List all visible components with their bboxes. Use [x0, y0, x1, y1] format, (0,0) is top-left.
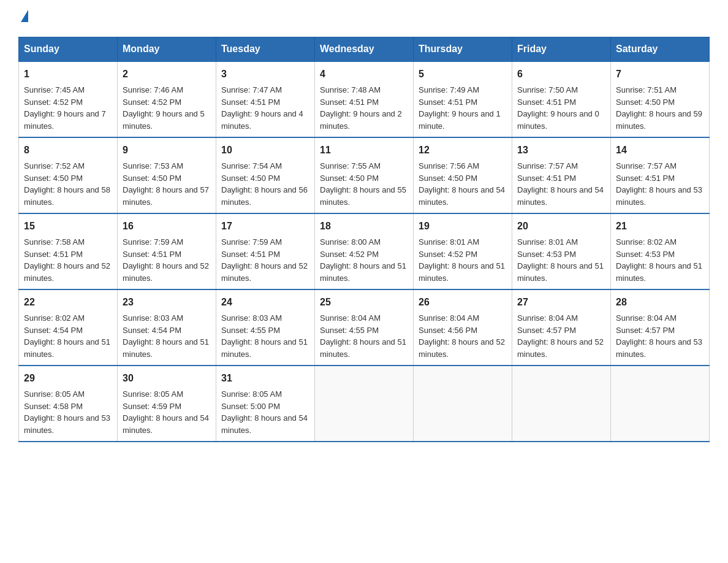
calendar-cell: [414, 366, 512, 442]
day-number: 17: [221, 219, 309, 234]
day-number: 13: [517, 143, 605, 158]
day-number: 14: [616, 143, 704, 158]
day-number: 10: [221, 143, 309, 158]
logo: [18, 12, 28, 25]
calendar-cell: 3 Sunrise: 7:47 AMSunset: 4:51 PMDayligh…: [216, 61, 315, 137]
column-header-friday: Friday: [512, 37, 611, 62]
day-info: Sunrise: 8:02 AMSunset: 4:54 PMDaylight:…: [24, 313, 110, 359]
column-header-tuesday: Tuesday: [216, 37, 315, 62]
calendar-cell: 19 Sunrise: 8:01 AMSunset: 4:52 PMDaylig…: [414, 213, 512, 289]
calendar-cell: 28 Sunrise: 8:04 AMSunset: 4:57 PMDaylig…: [611, 289, 710, 366]
calendar-cell: 2 Sunrise: 7:46 AMSunset: 4:52 PMDayligh…: [118, 61, 216, 137]
calendar-cell: 22 Sunrise: 8:02 AMSunset: 4:54 PMDaylig…: [19, 289, 118, 366]
calendar-cell: 21 Sunrise: 8:02 AMSunset: 4:53 PMDaylig…: [611, 213, 710, 289]
day-number: 16: [123, 219, 211, 234]
day-info: Sunrise: 7:47 AMSunset: 4:51 PMDaylight:…: [221, 85, 303, 131]
day-number: 3: [221, 67, 309, 82]
page-header: [18, 12, 710, 25]
calendar-cell: 15 Sunrise: 7:58 AMSunset: 4:51 PMDaylig…: [19, 213, 118, 289]
day-number: 12: [419, 143, 507, 158]
calendar-table: SundayMondayTuesdayWednesdayThursdayFrid…: [18, 37, 710, 442]
calendar-cell: 7 Sunrise: 7:51 AMSunset: 4:50 PMDayligh…: [611, 61, 710, 137]
day-info: Sunrise: 7:53 AMSunset: 4:50 PMDaylight:…: [123, 161, 209, 207]
calendar-cell: 12 Sunrise: 7:56 AMSunset: 4:50 PMDaylig…: [414, 137, 512, 213]
logo-triangle-icon: [21, 10, 28, 22]
calendar-cell: [611, 366, 710, 442]
day-info: Sunrise: 7:55 AMSunset: 4:50 PMDaylight:…: [320, 161, 406, 207]
day-info: Sunrise: 8:04 AMSunset: 4:57 PMDaylight:…: [616, 313, 702, 359]
day-info: Sunrise: 8:03 AMSunset: 4:54 PMDaylight:…: [123, 313, 209, 359]
calendar-week-row: 15 Sunrise: 7:58 AMSunset: 4:51 PMDaylig…: [19, 213, 710, 289]
day-number: 1: [24, 67, 112, 82]
day-number: 22: [24, 295, 112, 310]
calendar-cell: 27 Sunrise: 8:04 AMSunset: 4:57 PMDaylig…: [512, 289, 611, 366]
day-number: 31: [221, 371, 309, 386]
day-number: 11: [320, 143, 408, 158]
day-info: Sunrise: 8:05 AMSunset: 5:00 PMDaylight:…: [221, 389, 308, 435]
day-info: Sunrise: 7:46 AMSunset: 4:52 PMDaylight:…: [123, 85, 205, 131]
calendar-cell: [315, 366, 414, 442]
day-number: 19: [419, 219, 507, 234]
day-info: Sunrise: 7:59 AMSunset: 4:51 PMDaylight:…: [221, 237, 308, 283]
day-number: 30: [123, 371, 211, 386]
calendar-cell: [512, 366, 611, 442]
calendar-cell: 30 Sunrise: 8:05 AMSunset: 4:59 PMDaylig…: [118, 366, 216, 442]
day-info: Sunrise: 8:03 AMSunset: 4:55 PMDaylight:…: [221, 313, 308, 359]
day-number: 23: [123, 295, 211, 310]
calendar-cell: 6 Sunrise: 7:50 AMSunset: 4:51 PMDayligh…: [512, 61, 611, 137]
day-info: Sunrise: 7:59 AMSunset: 4:51 PMDaylight:…: [123, 237, 209, 283]
day-number: 8: [24, 143, 112, 158]
day-info: Sunrise: 7:56 AMSunset: 4:50 PMDaylight:…: [419, 161, 505, 207]
day-number: 29: [24, 371, 112, 386]
day-info: Sunrise: 7:57 AMSunset: 4:51 PMDaylight:…: [616, 161, 702, 207]
day-number: 9: [123, 143, 211, 158]
calendar-cell: 4 Sunrise: 7:48 AMSunset: 4:51 PMDayligh…: [315, 61, 414, 137]
day-info: Sunrise: 7:50 AMSunset: 4:51 PMDaylight:…: [517, 85, 599, 131]
day-number: 20: [517, 219, 605, 234]
calendar-cell: 9 Sunrise: 7:53 AMSunset: 4:50 PMDayligh…: [118, 137, 216, 213]
day-number: 6: [517, 67, 605, 82]
day-number: 4: [320, 67, 408, 82]
day-number: 24: [221, 295, 309, 310]
calendar-cell: 29 Sunrise: 8:05 AMSunset: 4:58 PMDaylig…: [19, 366, 118, 442]
column-header-wednesday: Wednesday: [315, 37, 414, 62]
column-header-thursday: Thursday: [414, 37, 512, 62]
day-info: Sunrise: 7:58 AMSunset: 4:51 PMDaylight:…: [24, 237, 110, 283]
day-info: Sunrise: 8:00 AMSunset: 4:52 PMDaylight:…: [320, 237, 406, 283]
day-info: Sunrise: 8:01 AMSunset: 4:52 PMDaylight:…: [419, 237, 505, 283]
day-number: 27: [517, 295, 605, 310]
calendar-cell: 8 Sunrise: 7:52 AMSunset: 4:50 PMDayligh…: [19, 137, 118, 213]
day-info: Sunrise: 7:54 AMSunset: 4:50 PMDaylight:…: [221, 161, 308, 207]
day-number: 7: [616, 67, 704, 82]
day-number: 25: [320, 295, 408, 310]
day-number: 26: [419, 295, 507, 310]
calendar-cell: 26 Sunrise: 8:04 AMSunset: 4:56 PMDaylig…: [414, 289, 512, 366]
calendar-cell: 23 Sunrise: 8:03 AMSunset: 4:54 PMDaylig…: [118, 289, 216, 366]
calendar-week-row: 8 Sunrise: 7:52 AMSunset: 4:50 PMDayligh…: [19, 137, 710, 213]
day-info: Sunrise: 7:49 AMSunset: 4:51 PMDaylight:…: [419, 85, 501, 131]
day-number: 5: [419, 67, 507, 82]
day-info: Sunrise: 8:04 AMSunset: 4:57 PMDaylight:…: [517, 313, 604, 359]
calendar-cell: 16 Sunrise: 7:59 AMSunset: 4:51 PMDaylig…: [118, 213, 216, 289]
calendar-week-row: 1 Sunrise: 7:45 AMSunset: 4:52 PMDayligh…: [19, 61, 710, 137]
day-number: 15: [24, 219, 112, 234]
calendar-cell: 20 Sunrise: 8:01 AMSunset: 4:53 PMDaylig…: [512, 213, 611, 289]
column-header-sunday: Sunday: [19, 37, 118, 62]
day-number: 21: [616, 219, 704, 234]
day-info: Sunrise: 7:48 AMSunset: 4:51 PMDaylight:…: [320, 85, 402, 131]
day-info: Sunrise: 7:45 AMSunset: 4:52 PMDaylight:…: [24, 85, 106, 131]
day-info: Sunrise: 7:51 AMSunset: 4:50 PMDaylight:…: [616, 85, 702, 131]
calendar-cell: 24 Sunrise: 8:03 AMSunset: 4:55 PMDaylig…: [216, 289, 315, 366]
calendar-cell: 17 Sunrise: 7:59 AMSunset: 4:51 PMDaylig…: [216, 213, 315, 289]
day-info: Sunrise: 8:05 AMSunset: 4:58 PMDaylight:…: [24, 389, 110, 435]
day-number: 18: [320, 219, 408, 234]
day-info: Sunrise: 7:52 AMSunset: 4:50 PMDaylight:…: [24, 161, 110, 207]
calendar-cell: 13 Sunrise: 7:57 AMSunset: 4:51 PMDaylig…: [512, 137, 611, 213]
day-info: Sunrise: 8:05 AMSunset: 4:59 PMDaylight:…: [123, 389, 209, 435]
day-info: Sunrise: 8:01 AMSunset: 4:53 PMDaylight:…: [517, 237, 604, 283]
calendar-cell: 1 Sunrise: 7:45 AMSunset: 4:52 PMDayligh…: [19, 61, 118, 137]
calendar-cell: 10 Sunrise: 7:54 AMSunset: 4:50 PMDaylig…: [216, 137, 315, 213]
calendar-cell: 31 Sunrise: 8:05 AMSunset: 5:00 PMDaylig…: [216, 366, 315, 442]
day-info: Sunrise: 7:57 AMSunset: 4:51 PMDaylight:…: [517, 161, 604, 207]
day-number: 2: [123, 67, 211, 82]
